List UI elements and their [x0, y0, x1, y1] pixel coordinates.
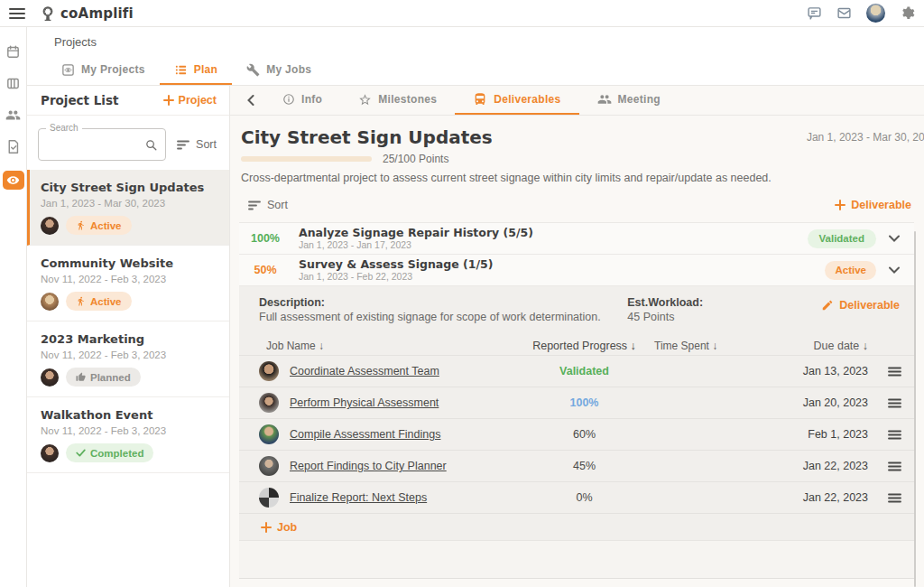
row-menu-icon[interactable]: [888, 367, 901, 377]
card-footer: [239, 540, 914, 579]
job-due-date: Jan 20, 2023: [785, 396, 868, 409]
header-due-date[interactable]: Due date ↓: [785, 340, 868, 352]
add-project-button[interactable]: Project: [163, 94, 217, 107]
deliverable-sort-button[interactable]: Sort: [246, 195, 290, 215]
sidebar-item-documents[interactable]: [5, 139, 21, 154]
project-list-panel: Project List Project Search: [27, 86, 230, 587]
status-badge: Active: [825, 261, 876, 280]
deliverable-row[interactable]: 50% Survey & Assess Signage (1/5) Jan 1,…: [239, 255, 914, 286]
project-dates: Nov 11, 2022 - Feb 3, 2023: [41, 425, 217, 436]
sort-icon: [248, 200, 261, 210]
project-detail-panel: Info Milestones Deliverables Meeting: [230, 86, 924, 587]
project-sort-button[interactable]: Sort: [175, 135, 218, 154]
project-description: Cross-departmental project to assess cur…: [241, 172, 924, 186]
sidebar-item-calendar[interactable]: [5, 44, 21, 60]
detail-tab-bar: Info Milestones Deliverables Meeting: [230, 86, 924, 116]
search-icon[interactable]: [144, 138, 158, 152]
job-avatar: [259, 361, 279, 381]
job-due-date: Jan 22, 2023: [785, 491, 868, 504]
status-badge: Validated: [808, 229, 877, 248]
project-item[interactable]: 2023 Marketing Nov 11, 2022 - Feb 3, 202…: [27, 321, 229, 397]
status-badge: Active: [66, 216, 132, 235]
gear-icon[interactable]: [900, 5, 915, 21]
project-date-range: Jan 1, 2023 - Mar 30, 2023: [807, 131, 924, 144]
project-points-label: 25/100 Points: [383, 153, 448, 165]
chevron-down-icon[interactable]: [889, 235, 900, 242]
job-progress: 60%: [523, 428, 645, 441]
tools-icon: [246, 63, 260, 77]
sidebar-item-board[interactable]: [5, 76, 21, 91]
row-menu-icon[interactable]: [888, 398, 901, 408]
job-due-date: Jan 22, 2023: [785, 460, 868, 472]
tab-my-jobs[interactable]: My Jobs: [232, 56, 326, 85]
chat-icon[interactable]: [807, 5, 822, 21]
tab-deliverables[interactable]: Deliverables: [455, 86, 578, 115]
chevron-down-icon[interactable]: [889, 266, 900, 274]
deliverable-percent: 100%: [239, 232, 291, 245]
runner-icon: [76, 296, 86, 306]
header-time-spent[interactable]: Time Spent ↓: [645, 340, 785, 352]
project-name: Community Website: [41, 256, 217, 270]
tab-meeting-label: Meeting: [618, 93, 661, 106]
project-dates: Jan 1, 2023 - Mar 30, 2023: [41, 198, 217, 209]
add-job-button[interactable]: Job: [261, 521, 297, 534]
job-name-link[interactable]: Perform Physical Assessment: [290, 396, 439, 409]
star-icon: [358, 93, 372, 107]
mail-icon[interactable]: [836, 5, 852, 21]
tab-meeting[interactable]: Meeting: [579, 86, 679, 115]
tree-logo-icon: [40, 5, 56, 22]
deliverable-sort-label: Sort: [267, 199, 288, 211]
breadcrumb: Projects: [54, 35, 97, 49]
status-label: Planned: [90, 372, 131, 383]
jobs-table-header: Job Name ↓ Reported Progress ↓ Time Spen…: [239, 337, 914, 355]
bus-icon: [473, 92, 487, 107]
project-owner-avatar: [41, 217, 59, 235]
add-deliverable-label: Deliverable: [851, 199, 911, 211]
edit-deliverable-label: Deliverable: [839, 299, 900, 312]
icon-rail: [0, 27, 27, 587]
deliverable-expanded-section: Description: Full assessment of existing…: [239, 286, 914, 540]
add-deliverable-button[interactable]: Deliverable: [835, 199, 911, 211]
sidebar-item-team[interactable]: [5, 107, 21, 123]
row-menu-icon[interactable]: [888, 461, 901, 471]
tab-my-jobs-label: My Jobs: [266, 63, 311, 76]
tab-plan-label: Plan: [194, 63, 218, 76]
search-label: Search: [46, 123, 82, 133]
tab-plan[interactable]: Plan: [160, 56, 233, 85]
project-sort-label: Sort: [196, 138, 217, 151]
content-region: Projects My Projects Plan My Jobs Projec…: [27, 27, 924, 587]
deliverable-row[interactable]: 100% Analyze Signage Repair History (5/5…: [239, 223, 914, 255]
deliverable-dates: Jan 1, 2023 - Feb 22, 2023: [299, 271, 825, 282]
project-dates: Nov 11, 2022 - Feb 3, 2023: [41, 349, 217, 360]
plus-icon: [835, 200, 845, 210]
header-job-name[interactable]: Job Name ↓: [239, 340, 523, 352]
edit-deliverable-button[interactable]: Deliverable: [821, 295, 900, 326]
plus-icon: [261, 522, 272, 533]
plus-icon: [163, 95, 174, 106]
project-item[interactable]: Community Website Nov 11, 2022 - Feb 3, …: [27, 246, 229, 321]
sidebar-item-projects-active[interactable]: [3, 171, 24, 190]
user-avatar[interactable]: [866, 4, 885, 23]
hamburger-menu-icon[interactable]: [9, 7, 25, 20]
project-item[interactable]: Walkathon Event Nov 11, 2022 - Feb 3, 20…: [27, 397, 229, 473]
job-name-link[interactable]: Coordinate Assessment Team: [290, 365, 439, 377]
job-name-link[interactable]: Compile Assessment Findings: [290, 428, 440, 441]
row-menu-icon[interactable]: [888, 430, 901, 440]
deliverable-name: Survey & Assess Signage (1/5): [299, 258, 825, 271]
tab-my-projects[interactable]: My Projects: [47, 56, 160, 85]
back-button[interactable]: [237, 86, 264, 115]
job-row: Finalize Report: Next Steps 0% Jan 22, 2…: [239, 481, 914, 513]
deliverable-description-label: Description:: [259, 295, 627, 310]
project-name: Walkathon Event: [41, 408, 217, 422]
job-row: Perform Physical Assessment 100% Jan 20,…: [239, 387, 914, 418]
job-name-link[interactable]: Report Findings to City Planner: [290, 460, 447, 472]
project-name: 2023 Marketing: [41, 332, 217, 346]
header-reported-progress[interactable]: Reported Progress ↓: [523, 340, 645, 352]
tab-info[interactable]: Info: [264, 86, 340, 115]
project-item[interactable]: City Street Sign Updates Jan 1, 2023 - M…: [27, 170, 229, 246]
meeting-people-icon: [597, 92, 612, 107]
row-menu-icon[interactable]: [888, 493, 901, 503]
job-name-link[interactable]: Finalize Report: Next Steps: [290, 491, 427, 504]
tab-milestones[interactable]: Milestones: [340, 86, 455, 115]
vertical-scrollbar[interactable]: [914, 231, 916, 587]
